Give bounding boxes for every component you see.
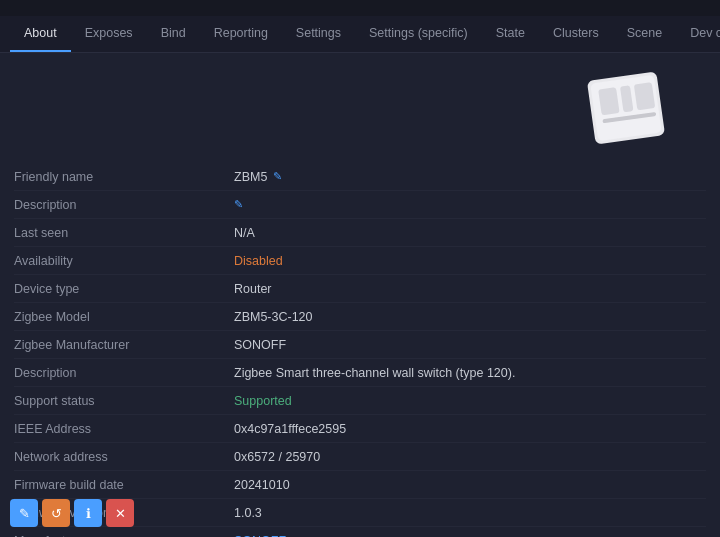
info-label-friendly_name: Friendly name	[14, 170, 234, 184]
info-btn[interactable]: ℹ	[74, 499, 102, 527]
info-label-manufacturer: Manufacturer	[14, 534, 234, 538]
info-label-availability: Availability	[14, 254, 234, 268]
info-label-firmware_build_date: Firmware build date	[14, 478, 234, 492]
info-row-zigbee_model: Zigbee ModelZBM5-3C-120	[14, 303, 706, 331]
info-row-support_status: Support statusSupported	[14, 387, 706, 415]
info-label-description2: Description	[14, 366, 234, 380]
info-row-last_seen: Last seenN/A	[14, 219, 706, 247]
tab-settings[interactable]: Settings	[282, 16, 355, 52]
info-row-device_type: Device typeRouter	[14, 275, 706, 303]
info-row-description: Description✎	[14, 191, 706, 219]
info-value-last_seen: N/A	[234, 226, 255, 240]
info-row-availability: AvailabilityDisabled	[14, 247, 706, 275]
edit-icon-friendly_name[interactable]: ✎	[273, 170, 282, 183]
info-text-friendly_name: ZBM5	[234, 170, 267, 184]
main-content: Friendly nameZBM5✎Description✎Last seenN…	[0, 53, 720, 537]
tab-reporting[interactable]: Reporting	[200, 16, 282, 52]
info-label-network_address: Network address	[14, 450, 234, 464]
info-label-device_type: Device type	[14, 282, 234, 296]
svg-rect-4	[634, 82, 655, 110]
info-value-firmware_build_date: 20241010	[234, 478, 290, 492]
info-row-zigbee_manufacturer: Zigbee ManufacturerSONOFF	[14, 331, 706, 359]
top-bar	[0, 0, 720, 16]
info-value-description: ✎	[234, 198, 243, 211]
tab-settings--specific-[interactable]: Settings (specific)	[355, 16, 482, 52]
info-value-availability: Disabled	[234, 254, 283, 268]
bottom-toolbar: ✎↺ℹ✕	[10, 499, 134, 527]
info-label-zigbee_manufacturer: Zigbee Manufacturer	[14, 338, 234, 352]
edit-btn[interactable]: ✎	[10, 499, 38, 527]
tab-state[interactable]: State	[482, 16, 539, 52]
info-table: Friendly nameZBM5✎Description✎Last seenN…	[14, 163, 706, 537]
info-row-ieee_address: IEEE Address0x4c97a1fffece2595	[14, 415, 706, 443]
info-value-support_status: Supported	[234, 394, 292, 408]
info-row-firmware_build_date: Firmware build date20241010	[14, 471, 706, 499]
info-row-network_address: Network address0x6572 / 25970	[14, 443, 706, 471]
info-value-friendly_name: ZBM5✎	[234, 170, 282, 184]
info-label-ieee_address: IEEE Address	[14, 422, 234, 436]
info-row-friendly_name: Friendly nameZBM5✎	[14, 163, 706, 191]
nav-tabs: AboutExposesBindReportingSettingsSetting…	[0, 16, 720, 53]
tab-bind[interactable]: Bind	[147, 16, 200, 52]
info-value-device_type: Router	[234, 282, 272, 296]
info-value-zigbee_manufacturer: SONOFF	[234, 338, 286, 352]
refresh-btn[interactable]: ↺	[42, 499, 70, 527]
info-value-ieee_address: 0x4c97a1fffece2595	[234, 422, 346, 436]
tab-clusters[interactable]: Clusters	[539, 16, 613, 52]
info-row-description2: DescriptionZigbee Smart three-channel wa…	[14, 359, 706, 387]
tab-scene[interactable]: Scene	[613, 16, 676, 52]
info-value-description2: Zigbee Smart three-channel wall switch (…	[234, 366, 515, 380]
svg-rect-2	[598, 87, 619, 115]
info-row-manufacturer: ManufacturerSONOFF	[14, 527, 706, 537]
info-value-firmware_version: 1.0.3	[234, 506, 262, 520]
tab-dev-console[interactable]: Dev console	[676, 16, 720, 52]
edit-icon-description[interactable]: ✎	[234, 198, 243, 211]
info-value-network_address: 0x6572 / 25970	[234, 450, 320, 464]
delete-btn[interactable]: ✕	[106, 499, 134, 527]
tab-exposes[interactable]: Exposes	[71, 16, 147, 52]
info-label-description: Description	[14, 198, 234, 212]
info-label-last_seen: Last seen	[14, 226, 234, 240]
info-value-zigbee_model: ZBM5-3C-120	[234, 310, 313, 324]
device-image-area	[14, 53, 706, 163]
device-image	[586, 68, 666, 148]
info-value-manufacturer[interactable]: SONOFF	[234, 534, 286, 538]
info-label-support_status: Support status	[14, 394, 234, 408]
info-label-zigbee_model: Zigbee Model	[14, 310, 234, 324]
tab-about[interactable]: About	[10, 16, 71, 52]
